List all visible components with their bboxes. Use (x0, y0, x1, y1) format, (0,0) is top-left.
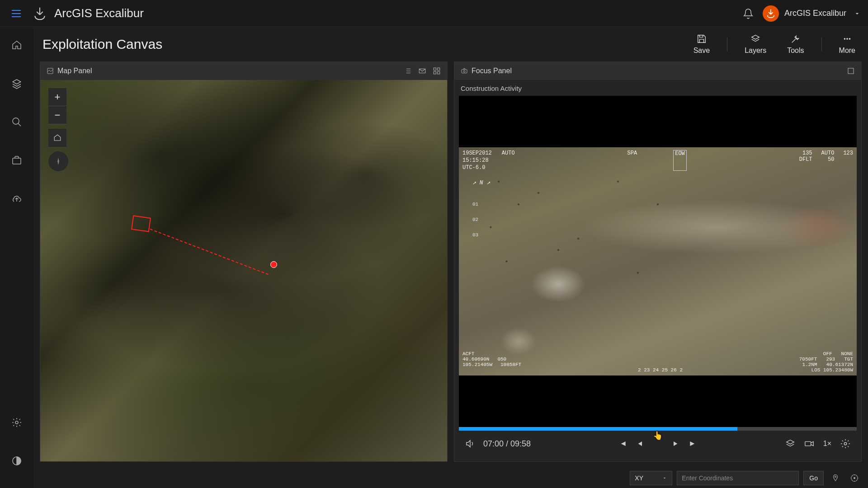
map-grid-button[interactable] (433, 67, 441, 75)
svg-rect-15 (848, 68, 854, 74)
video-progress-bar[interactable] (459, 427, 857, 431)
svg-point-2 (15, 421, 18, 424)
home-extent-button[interactable] (48, 129, 66, 147)
svg-point-0 (13, 118, 19, 124)
nav-home[interactable] (8, 36, 26, 54)
skip-back-button[interactable] (618, 439, 627, 448)
mute-button[interactable] (465, 439, 475, 449)
zoom-out-button[interactable]: − (48, 106, 66, 124)
video-side-ticks: 01 02 03 (472, 202, 478, 238)
top-bar: ArcGIS Excalibur ArcGIS Excalibur (0, 0, 868, 27)
map-envelope-button[interactable] (418, 67, 426, 75)
user-menu[interactable]: ArcGIS Excalibur (763, 5, 861, 22)
chevron-down-icon (662, 475, 667, 481)
svg-rect-10 (438, 68, 440, 70)
svg-point-6 (849, 38, 850, 40)
go-button[interactable]: Go (803, 471, 824, 485)
compass-footer-button[interactable] (847, 471, 862, 485)
playback-speed[interactable]: 1× (823, 440, 831, 448)
coord-type-select[interactable]: XY (630, 471, 672, 485)
video-hud-bottom: ACFT 40.60690N050 105.21405W10858FT 2 23… (462, 351, 853, 373)
hamburger-icon (12, 10, 21, 17)
cursor-icon: 👆 (653, 431, 663, 441)
zoom-in-button[interactable]: + (48, 88, 66, 106)
map-icon (47, 67, 54, 75)
nav-briefcase[interactable] (8, 151, 26, 169)
page-header: Exploitation Canvas Save Layers Tools (33, 27, 868, 61)
video-settings-button[interactable] (840, 439, 850, 449)
tools-button[interactable]: Tools (783, 34, 807, 55)
map-viewport[interactable]: + − (40, 80, 447, 461)
nav-layers[interactable] (8, 75, 26, 93)
video-viewport[interactable]: 19SEP2012AUTO 15:15:28 UTC-6.0 SPA EOW 1… (459, 96, 857, 427)
pin-button[interactable] (828, 471, 843, 485)
chevron-down-icon (854, 10, 861, 17)
app-title: ArcGIS Excalibur (54, 6, 144, 20)
page-title: Exploitation Canvas (42, 37, 162, 52)
video-layers-button[interactable] (785, 439, 795, 449)
nav-contrast[interactable] (8, 452, 26, 470)
focus-panel: Focus Panel Construction Activity (454, 61, 862, 462)
svg-rect-1 (13, 158, 21, 164)
svg-rect-9 (434, 68, 436, 70)
app-logo-icon (33, 6, 47, 21)
map-list-button[interactable] (404, 67, 412, 75)
video-camera-button[interactable] (804, 439, 814, 449)
map-panel-header: Map Panel (40, 62, 447, 80)
video-hud-top: 19SEP2012AUTO 15:15:28 UTC-6.0 SPA EOW 1… (462, 150, 853, 171)
svg-point-20 (854, 477, 855, 479)
user-avatar-icon (763, 5, 779, 22)
svg-point-4 (844, 38, 845, 40)
more-button[interactable]: More (835, 34, 859, 55)
nav-search[interactable] (8, 113, 26, 131)
layers-button[interactable]: Layers (741, 34, 770, 55)
camera-icon (461, 67, 468, 75)
compass-button[interactable] (48, 151, 68, 171)
nav-cloud-upload[interactable] (8, 190, 26, 208)
focus-expand-button[interactable] (847, 67, 855, 75)
svg-point-14 (463, 70, 465, 72)
skip-forward-button[interactable] (689, 439, 698, 448)
step-forward-button[interactable] (671, 439, 680, 448)
svg-point-5 (846, 38, 848, 40)
video-timecode: 07:00 / 09:58 (483, 439, 531, 449)
svg-rect-13 (462, 70, 467, 73)
map-footprint-box (131, 216, 151, 232)
save-button[interactable]: Save (690, 34, 713, 55)
svg-point-18 (835, 476, 836, 478)
svg-rect-16 (805, 441, 811, 446)
svg-rect-11 (434, 72, 436, 74)
user-name: ArcGIS Excalibur (784, 9, 846, 18)
svg-point-17 (844, 442, 847, 445)
side-nav (0, 27, 33, 488)
north-indicator: ↗ N ↗ (472, 179, 490, 186)
menu-button[interactable] (7, 5, 25, 23)
coord-input[interactable]: Enter Coordinates (677, 471, 799, 485)
footer-bar: XY Enter Coordinates Go (33, 468, 868, 488)
notifications-button[interactable] (743, 8, 754, 19)
svg-rect-12 (438, 72, 440, 74)
map-target-marker (270, 261, 277, 268)
step-back-button[interactable] (635, 439, 644, 448)
map-panel: Map Panel + − (40, 61, 448, 462)
nav-settings[interactable] (8, 413, 26, 432)
focus-subtitle: Construction Activity (459, 84, 857, 92)
focus-panel-header: Focus Panel (454, 62, 861, 80)
